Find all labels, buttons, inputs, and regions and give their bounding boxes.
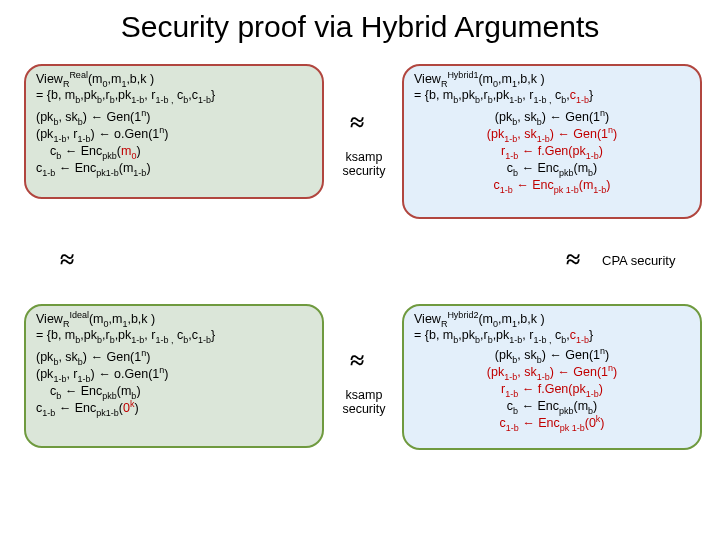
- box-real: ViewRReal(m0,m1,b,k ) = {b, mb,pkb,rb,pk…: [24, 64, 324, 199]
- label-ksamp-top: ksampsecurity: [336, 150, 392, 179]
- box-ideal-body: (pkb, skb) ← Gen(1n) (pk1-b, r1-b) ← o.G…: [36, 349, 312, 417]
- box-ideal-header: ViewRIdeal(m0,m1,b,k ) = {b, mb,pkb,rb,p…: [36, 312, 312, 343]
- box-hybrid2: ViewRHybrid2(m0,m1,b,k ) = {b, mb,pkb,rb…: [402, 304, 702, 450]
- box-hybrid2-header: ViewRHybrid2(m0,m1,b,k ) = {b, mb,pkb,rb…: [414, 312, 690, 343]
- box-hybrid1-body: (pkb, skb) ← Gen(1n) (pk1-b, sk1-b) ← Ge…: [414, 109, 690, 193]
- approx-left: ≈: [60, 245, 74, 275]
- label-cpa: CPA security: [602, 253, 675, 268]
- approx-right: ≈: [566, 245, 580, 275]
- diagram-grid: ViewRReal(m0,m1,b,k ) = {b, mb,pkb,rb,pk…: [0, 50, 720, 530]
- label-ksamp-bottom: ksampsecurity: [336, 388, 392, 417]
- box-hybrid1-header: ViewRHybrid1(m0,m1,b,k ) = {b, mb,pkb,rb…: [414, 72, 690, 103]
- approx-bottom: ≈: [350, 346, 364, 376]
- box-ideal: ViewRIdeal(m0,m1,b,k ) = {b, mb,pkb,rb,p…: [24, 304, 324, 448]
- page-title: Security proof via Hybrid Arguments: [0, 0, 720, 50]
- box-real-body: (pkb, skb) ← Gen(1n) (pk1-b, r1-b) ← o.G…: [36, 109, 312, 177]
- box-hybrid2-body: (pkb, skb) ← Gen(1n) (pk1-b, sk1-b) ← Ge…: [414, 347, 690, 431]
- box-real-header: ViewRReal(m0,m1,b,k ) = {b, mb,pkb,rb,pk…: [36, 72, 312, 103]
- box-hybrid1: ViewRHybrid1(m0,m1,b,k ) = {b, mb,pkb,rb…: [402, 64, 702, 219]
- approx-top: ≈: [350, 108, 364, 138]
